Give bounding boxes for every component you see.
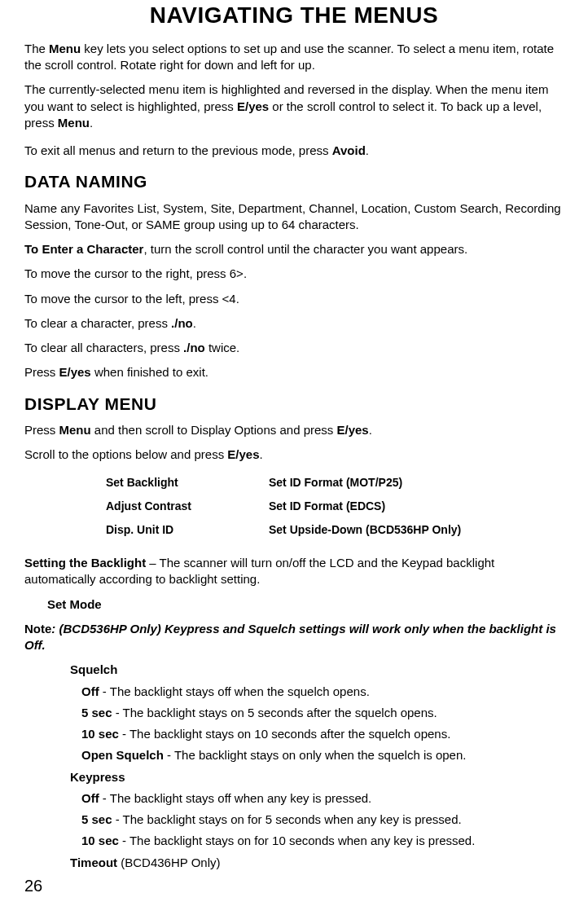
e-yes-key: E/yes xyxy=(237,99,269,113)
e-yes-key: E/yes xyxy=(227,447,259,461)
options-col-left: Set Backlight Adjust Contrast Disp. Unit… xyxy=(106,471,269,542)
avoid-key: Avoid xyxy=(332,143,366,157)
timeout-name: Timeout xyxy=(70,856,117,869)
e-yes-key: E/yes xyxy=(59,365,91,379)
backlight-desc: Setting the Backlight – The scanner will… xyxy=(24,555,564,588)
dn-p4: To move the cursor to the left, press <4… xyxy=(24,291,564,307)
opt-name: 10 sec xyxy=(81,834,119,847)
options-col-right: Set ID Format (MOT/P25) Set ID Format (E… xyxy=(269,471,461,542)
opt-desc: - The backlight stays off when the squel… xyxy=(99,684,370,698)
dn-p3: To move the cursor to the right, press 6… xyxy=(24,266,564,282)
keypress-off: Off - The backlight stays off when any k… xyxy=(81,790,564,807)
option-item: Set ID Format (MOT/P25) xyxy=(269,475,461,490)
menu-key: Menu xyxy=(58,116,90,130)
e-yes-key: E/yes xyxy=(337,423,369,437)
no-key: ./no xyxy=(183,341,205,354)
opt-desc: - The backlight stays on 10 seconds afte… xyxy=(119,727,450,741)
text: key lets you select options to set up an… xyxy=(24,42,554,72)
opt-desc: - The backlight stays on for 5 seconds w… xyxy=(112,812,462,826)
opt-name: 5 sec xyxy=(81,812,112,826)
text: Press xyxy=(24,423,59,437)
display-options-table: Set Backlight Adjust Contrast Disp. Unit… xyxy=(106,471,564,542)
squelch-open: Open Squelch - The backlight stays on on… xyxy=(81,747,564,763)
dn-p1: Name any Favorites List, System, Site, D… xyxy=(24,200,564,234)
page-title: NAVIGATING THE MENUS xyxy=(24,0,564,31)
text: . xyxy=(369,423,372,437)
squelch-label: Squelch xyxy=(70,662,564,678)
squelch-5sec: 5 sec - The backlight stays on 5 seconds… xyxy=(81,705,564,721)
dn-p5: To clear a character, press ./no. xyxy=(24,315,564,332)
timeout-note: (BCD436HP Only) xyxy=(117,856,220,869)
section-data-naming: DATA NAMING xyxy=(24,170,564,193)
keypress-label: Keypress xyxy=(70,769,564,785)
option-item: Set Upside-Down (BCD536HP Only) xyxy=(269,522,461,538)
text: . xyxy=(193,316,196,330)
opt-desc: - The backlight stays off when any key i… xyxy=(99,791,372,805)
dn-p6: To clear all characters, press ./no twic… xyxy=(24,340,564,356)
text: twice. xyxy=(205,341,240,354)
text: . xyxy=(366,143,369,157)
opt-desc: - The backlight stays on for 10 seconds … xyxy=(119,834,475,847)
opt-desc: - The backlight stays on 5 seconds after… xyxy=(112,706,437,719)
keypress-5sec: 5 sec - The backlight stays on for 5 sec… xyxy=(81,812,564,828)
option-item: Set Backlight xyxy=(106,475,269,490)
note: Note: (BCD536HP Only) Keypress and Squel… xyxy=(24,621,564,654)
intro-paragraph-3: To exit all menus and return to the prev… xyxy=(24,143,564,159)
option-item: Set ID Format (EDCS) xyxy=(269,499,461,514)
opt-desc: - The backlight stays on only when the s… xyxy=(164,748,467,762)
dn-p2: To Enter a Character, turn the scroll co… xyxy=(24,241,564,257)
page-number: 26 xyxy=(24,875,42,897)
option-item: Adjust Contrast xyxy=(106,499,269,514)
menu-key: Menu xyxy=(49,42,81,55)
note-label: Note xyxy=(24,622,51,636)
set-mode-label: Set Mode xyxy=(47,596,564,613)
note-text: : (BCD536HP Only) Keypress and Squelch s… xyxy=(24,622,556,652)
menu-key: Menu xyxy=(59,423,91,437)
dm-p1: Press Menu and then scroll to Display Op… xyxy=(24,422,564,438)
opt-name: Off xyxy=(81,791,99,805)
timeout-label: Timeout (BCD436HP Only) xyxy=(70,855,564,871)
text: To exit all menus and return to the prev… xyxy=(24,143,332,157)
opt-name: 5 sec xyxy=(81,706,112,719)
text: The xyxy=(24,42,49,55)
dn-p7: Press E/yes when finished to exit. xyxy=(24,364,564,381)
text: To clear a character, press xyxy=(24,316,171,330)
squelch-10sec: 10 sec - The backlight stays on 10 secon… xyxy=(81,726,564,742)
setting-backlight-label: Setting the Backlight xyxy=(24,556,146,570)
opt-name: Open Squelch xyxy=(81,748,164,762)
enter-character-label: To Enter a Character xyxy=(24,242,143,256)
no-key: ./no xyxy=(171,316,193,330)
opt-name: 10 sec xyxy=(81,727,119,741)
text: , turn the scroll control until the char… xyxy=(143,242,467,256)
opt-name: Off xyxy=(81,684,99,698)
dm-p2: Scroll to the options below and press E/… xyxy=(24,447,564,463)
option-item: Disp. Unit ID xyxy=(106,522,269,538)
squelch-off: Off - The backlight stays off when the s… xyxy=(81,684,564,700)
text: when finished to exit. xyxy=(91,365,208,379)
keypress-10sec: 10 sec - The backlight stays on for 10 s… xyxy=(81,833,564,849)
text: Press xyxy=(24,365,59,379)
text: and then scroll to Display Options and p… xyxy=(91,423,337,437)
text: . xyxy=(260,447,263,461)
section-display-menu: DISPLAY MENU xyxy=(24,393,564,416)
text: To clear all characters, press xyxy=(24,341,183,354)
text: Scroll to the options below and press xyxy=(24,447,227,461)
intro-paragraph-2: The currently-selected menu item is high… xyxy=(24,81,564,131)
intro-paragraph-1: The Menu key lets you select options to … xyxy=(24,41,564,74)
text: . xyxy=(90,116,93,130)
